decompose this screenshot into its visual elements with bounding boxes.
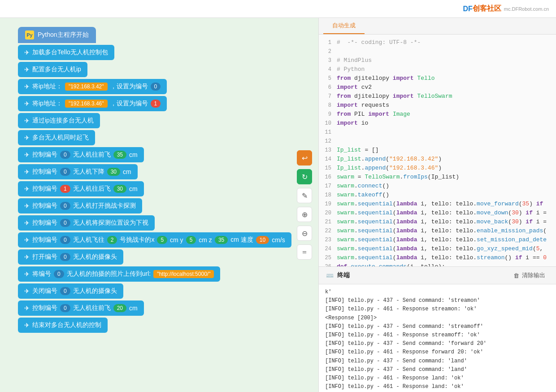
code-line-8: 8 import requests <box>319 101 556 110</box>
b13-action: 无人机的摄像头 <box>73 253 117 261</box>
redo-btn[interactable]: ↻ <box>297 169 312 184</box>
block-3[interactable]: ✈ 将ip地址： "192.168.3.42" ，设置为编号 0 <box>18 79 167 94</box>
drone-icon-6: ✈ <box>24 134 30 141</box>
block-2[interactable]: ✈ 配置多台无人机ip <box>18 62 87 77</box>
drone-icon-14: ✈ <box>24 270 30 278</box>
code-area[interactable]: 1 # -*- coding: UTF-8 -*- 2 3 # MindPlus… <box>319 35 556 266</box>
line-code-19: swarm.sequential(lambda i, tello: tello.… <box>337 200 556 209</box>
drone-icon-12: ✈ <box>24 236 30 244</box>
code-line-17: 17 swarm.connect() <box>319 182 556 191</box>
line-code-1: # -*- coding: UTF-8 -*- <box>337 38 556 47</box>
block-7[interactable]: ✈ 控制编号 0 无人机往前飞 35 cm <box>18 147 144 162</box>
b9-t: 控制编号 <box>32 185 57 193</box>
line-num-14: 14 <box>319 155 337 164</box>
block-14[interactable]: ✈ 将编号 0 无人机的拍摄的照片上传到url: "http://localho… <box>18 266 220 282</box>
b12-action: 无人机飞往 <box>73 236 104 244</box>
b12-speed-label: cm 速度 <box>230 236 253 244</box>
fit-btn[interactable]: ＝ <box>297 244 312 260</box>
b15-num: 0 <box>60 287 70 295</box>
line-code-16: swarm = TelloSwarm.fromIps(Ip_list) <box>337 173 556 182</box>
code-section: 自动生成 1 # -*- coding: UTF-8 -*- 2 3 # Min… <box>319 18 556 266</box>
code-tab-autogen[interactable]: 自动生成 <box>323 18 365 34</box>
drone-icon-15: ✈ <box>24 287 30 295</box>
b15-action: 无人机的摄像头 <box>73 287 117 295</box>
line-code-21: swarm.sequential(lambda i, tello: tello.… <box>337 218 556 226</box>
b9-action: 无人机往后飞 <box>73 185 111 193</box>
drone-icon-7: ✈ <box>24 151 30 158</box>
block-2-label: 配置多台无人机ip <box>32 65 81 74</box>
block-17[interactable]: ✈ 结束对多台无人机的控制 <box>18 318 108 333</box>
block-8[interactable]: ✈ 控制编号 0 无人机下降 30 cm <box>18 164 138 179</box>
start-block[interactable]: Py Python主程序开始 <box>18 27 96 43</box>
block-15[interactable]: ✈ 关闭编号 0 无人机的摄像头 <box>18 283 123 299</box>
line-num-4: 4 <box>319 65 337 74</box>
block-12[interactable]: ✈ 控制编号 0 无人机飞往 2 号挑战卡的x 5 cm y 5 cm z 35… <box>18 232 291 248</box>
code-line-4: 4 # Python <box>319 65 556 74</box>
block-3-ip: "192.168.3.42" <box>65 83 108 91</box>
line-num-23: 23 <box>319 235 337 244</box>
b13-t: 打开编号 <box>32 253 57 261</box>
line-code-22: swarm.sequential(lambda i, tello: tello.… <box>337 226 556 235</box>
block-4[interactable]: ✈ 将ip地址： "192.168.3.46" ，设置为编号 1 <box>18 96 167 111</box>
undo-btn[interactable]: ↩ <box>297 150 312 166</box>
line-code-7: from djitellopy import TelloSwarm <box>337 92 556 101</box>
code-line-12: 12 <box>319 137 556 146</box>
b12-unit: cm/s <box>272 236 285 244</box>
terminal-line-10: [INFO] tello.py - 437 - Send command: 'l… <box>325 366 550 374</box>
line-code-10: import io <box>337 119 556 128</box>
block-6[interactable]: ✈ 多台无人机同时起飞 <box>18 130 95 145</box>
terminal-line-2: [INFO] tello.py - 437 - Send command: 's… <box>325 296 550 305</box>
clear-output-btn[interactable]: 🗑 清除输出 <box>510 270 549 281</box>
line-num-11: 11 <box>319 128 337 137</box>
zoom-out-btn[interactable]: ⊖ <box>297 226 312 241</box>
code-line-19: 19 swarm.sequential(lambda i, tello: tel… <box>319 200 556 209</box>
line-num-17: 17 <box>319 182 337 191</box>
line-num-12: 12 <box>319 137 337 146</box>
terminal-icon: ⌨️ <box>326 272 334 279</box>
block-5[interactable]: ✈ 通过ip连接多台无人机 <box>18 113 100 128</box>
b8-action: 无人机下降 <box>73 168 104 176</box>
code-line-15: 15 Ip_list.append("192.168.3.46") <box>319 164 556 173</box>
b12-cmz: cm z <box>199 236 212 244</box>
line-num-15: 15 <box>319 164 337 173</box>
code-line-16: 16 swarm = TelloSwarm.fromIps(Ip_list) <box>319 173 556 182</box>
edit-btn[interactable]: ✎ <box>297 188 312 203</box>
logo-maker: 创客社区 <box>473 4 501 13</box>
zoom-in-btn[interactable]: ⊕ <box>297 207 312 222</box>
line-num-6: 6 <box>319 83 337 92</box>
block-6-label: 多台无人机同时起飞 <box>32 134 89 142</box>
b7-val: 35 <box>113 151 126 159</box>
code-line-7: 7 from djitellopy import TelloSwarm <box>319 92 556 101</box>
drone-icon-8: ✈ <box>24 168 30 175</box>
terminal-body[interactable]: k' [INFO] tello.py - 437 - Send command:… <box>319 284 556 392</box>
block-5-label: 通过ip连接多台无人机 <box>32 117 94 125</box>
line-code-11 <box>337 128 556 137</box>
line-num-20: 20 <box>319 209 337 218</box>
block-9[interactable]: ✈ 控制编号 1 无人机往后飞 30 cm <box>18 181 144 196</box>
b11-num: 0 <box>60 219 70 227</box>
drone-icon-16: ✈ <box>24 305 30 312</box>
b16-unit: cm <box>129 305 138 312</box>
block-11[interactable]: ✈ 控制编号 0 无人机将探测位置设为下视 <box>18 215 155 231</box>
line-num-22: 22 <box>319 226 337 235</box>
b12-cmy: cm y <box>170 236 183 244</box>
block-16[interactable]: ✈ 控制编号 0 无人机往前飞 20 cm <box>18 301 144 316</box>
logo-sub: mc.DFRobot.com.cn <box>504 6 549 12</box>
block-10[interactable]: ✈ 控制编号 0 无人机打开挑战卡探测 <box>18 198 142 213</box>
line-num-26: 26 <box>319 262 337 266</box>
clear-icon: 🗑 <box>513 272 519 279</box>
drone-icon-2: ✈ <box>24 66 30 73</box>
code-line-9: 9 from PIL import Image <box>319 110 556 119</box>
b10-t: 控制编号 <box>32 202 57 210</box>
line-code-20: swarm.sequential(lambda i, tello: tello.… <box>337 209 556 218</box>
block-1[interactable]: ✈ 加载多台Tello无人机控制包 <box>18 45 114 60</box>
b16-val: 20 <box>113 304 126 312</box>
line-code-6: import cv2 <box>337 83 556 92</box>
b14-t: 将编号 <box>32 270 51 278</box>
block-13[interactable]: ✈ 打开编号 0 无人机的摄像头 <box>18 249 123 265</box>
b12-sfx: 号挑战卡的x <box>120 236 154 244</box>
line-code-23: swarm.sequential(lambda i, tello: tello.… <box>337 235 556 244</box>
line-num-16: 16 <box>319 173 337 182</box>
terminal-line-6: [INFO] tello.py - 461 - Response streamo… <box>325 331 550 340</box>
terminal-line-7: [INFO] tello.py - 437 - Send command: 'f… <box>325 340 550 348</box>
